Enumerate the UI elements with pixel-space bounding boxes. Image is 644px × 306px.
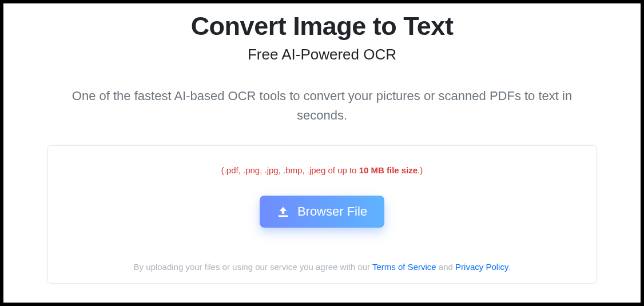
browse-button-label: Browser File <box>297 204 367 219</box>
page-title: Convert Image to Text <box>191 11 454 41</box>
file-note-bold: 10 MB file size <box>359 165 418 175</box>
agreement-prefix: By uploading your files or using our ser… <box>134 262 372 272</box>
page-description: One of the fastest AI-based OCR tools to… <box>70 86 574 125</box>
file-types-note: (.pdf, .png, .jpg, .bmp, .jpeg of up to … <box>221 165 423 175</box>
agreement-suffix: . <box>508 262 510 272</box>
terms-of-service-link[interactable]: Terms of Service <box>372 262 436 272</box>
svg-rect-0 <box>279 216 288 217</box>
file-note-prefix: (.pdf, .png, .jpg, .bmp, .jpeg of up to <box>221 165 359 175</box>
agreement-text: By uploading your files or using our ser… <box>134 262 511 272</box>
agreement-mid: and <box>436 262 455 272</box>
upload-card: (.pdf, .png, .jpg, .bmp, .jpeg of up to … <box>47 145 597 284</box>
page-subtitle: Free AI-Powered OCR <box>248 46 396 63</box>
upload-icon <box>277 206 289 217</box>
privacy-policy-link[interactable]: Privacy Policy <box>455 262 508 272</box>
file-note-suffix: .) <box>418 165 423 175</box>
browse-file-button[interactable]: Browser File <box>260 196 384 228</box>
